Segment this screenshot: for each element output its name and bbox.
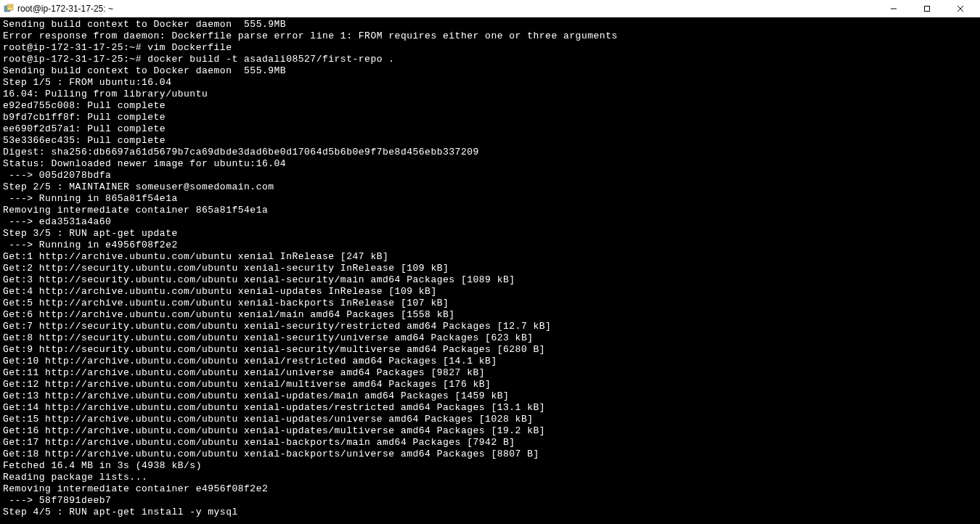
terminal-line: Get:11 http://archive.ubuntu.com/ubuntu … bbox=[3, 367, 977, 379]
terminal-line: ---> Running in 865a81f54e1a bbox=[3, 193, 977, 205]
terminal-line: ---> 58f7891deeb7 bbox=[3, 495, 977, 507]
terminal-line: 53e3366ec435: Pull complete bbox=[3, 135, 977, 147]
terminal-line: Sending build context to Docker daemon 5… bbox=[3, 19, 977, 30]
terminal-line: Get:7 http://security.ubuntu.com/ubuntu … bbox=[3, 321, 977, 332]
terminal-line: Get:9 http://security.ubuntu.com/ubuntu … bbox=[3, 344, 977, 356]
terminal-line: Removing intermediate container 865a81f5… bbox=[3, 205, 977, 216]
terminal-line: Get:3 http://security.ubuntu.com/ubuntu … bbox=[3, 274, 977, 286]
terminal-line: root@ip-172-31-17-25:~# vim Dockerfile bbox=[3, 42, 977, 54]
terminal-line: Get:5 http://archive.ubuntu.com/ubuntu x… bbox=[3, 298, 977, 309]
window-controls bbox=[877, 0, 977, 17]
putty-icon bbox=[3, 3, 15, 15]
terminal-line: Get:4 http://archive.ubuntu.com/ubuntu x… bbox=[3, 286, 977, 298]
terminal-line: Get:17 http://archive.ubuntu.com/ubuntu … bbox=[3, 437, 977, 449]
terminal-line: Step 3/5 : RUN apt-get update bbox=[3, 228, 977, 240]
close-button[interactable] bbox=[944, 0, 977, 17]
terminal-line: Get:13 http://archive.ubuntu.com/ubuntu … bbox=[3, 390, 977, 402]
terminal-line: Get:8 http://security.ubuntu.com/ubuntu … bbox=[3, 332, 977, 344]
terminal-area[interactable]: Sending build context to Docker daemon 5… bbox=[0, 17, 980, 524]
terminal-line: Error response from daemon: Dockerfile p… bbox=[3, 30, 977, 42]
terminal-line: b9fd7cb1ff8f: Pull complete bbox=[3, 112, 977, 123]
terminal-line: Get:16 http://archive.ubuntu.com/ubuntu … bbox=[3, 425, 977, 437]
terminal-line: Get:14 http://archive.ubuntu.com/ubuntu … bbox=[3, 402, 977, 414]
terminal-line: ---> Running in e4956f08f2e2 bbox=[3, 240, 977, 251]
window-titlebar: root@ip-172-31-17-25: ~ bbox=[0, 0, 980, 17]
terminal-line: Removing intermediate container e4956f08… bbox=[3, 483, 977, 495]
terminal-line: ee690f2d57a1: Pull complete bbox=[3, 123, 977, 135]
window-title: root@ip-172-31-17-25: ~ bbox=[17, 4, 877, 14]
minimize-button[interactable] bbox=[877, 0, 910, 17]
terminal-line: Sending build context to Docker daemon 5… bbox=[3, 65, 977, 77]
terminal-line: Fetched 16.4 MB in 3s (4938 kB/s) bbox=[3, 460, 977, 472]
terminal-line: Get:1 http://archive.ubuntu.com/ubuntu x… bbox=[3, 251, 977, 263]
terminal-line: Digest: sha256:db6697a61d5679b7ca69dbde3… bbox=[3, 147, 977, 158]
terminal-line: Step 2/5 : MAINTAINER someuser@somedomai… bbox=[3, 181, 977, 193]
terminal-line: Get:6 http://archive.ubuntu.com/ubuntu x… bbox=[3, 309, 977, 321]
terminal-line: Get:10 http://archive.ubuntu.com/ubuntu … bbox=[3, 356, 977, 367]
maximize-button[interactable] bbox=[910, 0, 944, 17]
terminal-line: ---> eda3531a4a60 bbox=[3, 216, 977, 228]
terminal-line: 16.04: Pulling from library/ubuntu bbox=[3, 89, 977, 100]
terminal-line: Get:12 http://archive.ubuntu.com/ubuntu … bbox=[3, 379, 977, 390]
terminal-line: e92ed755c008: Pull complete bbox=[3, 100, 977, 112]
terminal-line: Get:2 http://security.ubuntu.com/ubuntu … bbox=[3, 263, 977, 274]
terminal-line: Step 4/5 : RUN apt-get install -y mysql bbox=[3, 507, 977, 518]
terminal-line: Get:18 http://archive.ubuntu.com/ubuntu … bbox=[3, 449, 977, 460]
terminal-line: root@ip-172-31-17-25:~# docker build -t … bbox=[3, 54, 977, 65]
svg-rect-5 bbox=[925, 6, 930, 11]
terminal-line: Status: Downloaded newer image for ubunt… bbox=[3, 158, 977, 170]
terminal-line: Get:15 http://archive.ubuntu.com/ubuntu … bbox=[3, 414, 977, 425]
terminal-line: Reading package lists... bbox=[3, 472, 977, 483]
terminal-line: Step 1/5 : FROM ubuntu:16.04 bbox=[3, 77, 977, 89]
terminal-line: ---> 005d2078bdfa bbox=[3, 170, 977, 181]
